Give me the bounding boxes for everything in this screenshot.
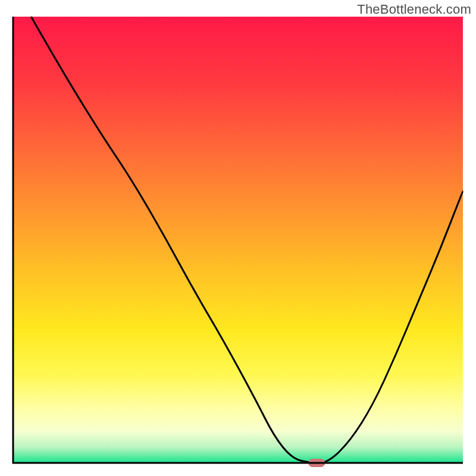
chart-container: TheBottleneck.com: [0, 0, 476, 476]
watermark-text: TheBottleneck.com: [357, 2, 471, 17]
plot-background: [13, 17, 463, 463]
bottleneck-chart: [0, 0, 476, 476]
